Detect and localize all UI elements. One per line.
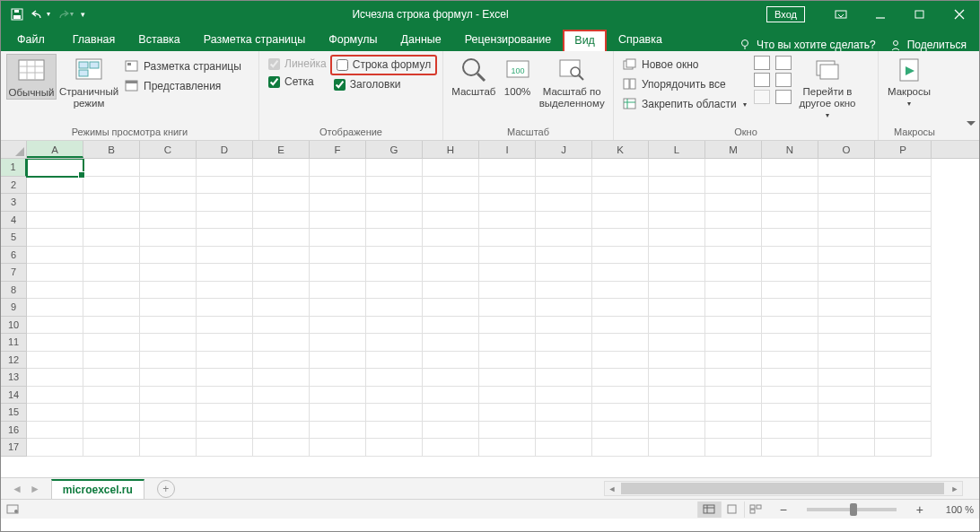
cell[interactable] — [253, 422, 310, 440]
column-header[interactable]: B — [83, 141, 140, 158]
share-button[interactable]: Поделиться — [890, 39, 967, 51]
cell[interactable] — [253, 194, 310, 212]
cell[interactable] — [818, 159, 875, 177]
cell[interactable] — [27, 439, 83, 457]
unhide-icon[interactable] — [754, 90, 770, 104]
row-header[interactable]: 17 — [1, 439, 27, 457]
save-icon[interactable] — [6, 4, 28, 24]
hide-icon[interactable] — [754, 73, 770, 87]
macros-button[interactable]: Макросы▾ — [884, 54, 934, 108]
cell[interactable] — [140, 264, 197, 282]
cell[interactable] — [592, 282, 649, 300]
cell[interactable] — [818, 404, 875, 422]
cell[interactable] — [366, 317, 423, 335]
switch-windows-button[interactable]: Перейти в другое окно▾ — [792, 54, 863, 120]
cell[interactable] — [310, 439, 366, 457]
cell[interactable] — [479, 212, 536, 230]
cell[interactable] — [762, 299, 818, 317]
cell[interactable] — [705, 264, 762, 282]
cell[interactable] — [140, 299, 197, 317]
cell[interactable] — [649, 387, 705, 405]
cell[interactable] — [27, 422, 83, 440]
cell[interactable] — [875, 317, 932, 335]
row-header[interactable]: 9 — [1, 299, 27, 317]
cell[interactable] — [253, 159, 310, 177]
cell[interactable] — [536, 247, 592, 265]
cell[interactable] — [140, 194, 197, 212]
cell[interactable] — [875, 282, 932, 300]
cell[interactable] — [536, 317, 592, 335]
pagebreak-view-button[interactable]: Страничный режим — [57, 54, 121, 109]
cell[interactable] — [197, 177, 253, 195]
cell[interactable] — [705, 334, 762, 352]
cell[interactable] — [649, 404, 705, 422]
tab-formulas[interactable]: Формулы — [317, 29, 389, 51]
cell[interactable] — [762, 159, 818, 177]
minimize-icon[interactable] — [861, 1, 900, 27]
cell[interactable] — [27, 229, 83, 247]
column-header[interactable]: N — [762, 141, 818, 158]
cell[interactable] — [762, 212, 818, 230]
close-icon[interactable] — [940, 1, 979, 27]
cell[interactable] — [310, 282, 366, 300]
cell[interactable] — [762, 194, 818, 212]
cell[interactable] — [140, 369, 197, 387]
cell[interactable] — [762, 264, 818, 282]
column-header[interactable]: H — [423, 141, 479, 158]
cell[interactable] — [27, 177, 83, 195]
cell[interactable] — [253, 352, 310, 370]
cell[interactable] — [875, 387, 932, 405]
page-layout-shortcut[interactable] — [721, 501, 744, 518]
row-header[interactable]: 4 — [1, 212, 27, 230]
cell[interactable] — [649, 422, 705, 440]
row-header[interactable]: 3 — [1, 194, 27, 212]
cell[interactable] — [310, 422, 366, 440]
cell[interactable] — [140, 317, 197, 335]
cell[interactable] — [423, 159, 479, 177]
cell[interactable] — [197, 317, 253, 335]
cell[interactable] — [423, 317, 479, 335]
cell[interactable] — [818, 299, 875, 317]
cell[interactable] — [27, 352, 83, 370]
cell[interactable] — [423, 229, 479, 247]
cell[interactable] — [83, 247, 140, 265]
cell[interactable] — [366, 194, 423, 212]
column-header[interactable]: D — [197, 141, 253, 158]
cell[interactable] — [536, 352, 592, 370]
cell[interactable] — [366, 422, 423, 440]
cell[interactable] — [479, 369, 536, 387]
cell[interactable] — [366, 159, 423, 177]
cell[interactable] — [592, 194, 649, 212]
cell[interactable] — [140, 334, 197, 352]
row-header[interactable]: 2 — [1, 177, 27, 195]
cell[interactable] — [705, 352, 762, 370]
cell[interactable] — [592, 334, 649, 352]
cell[interactable] — [27, 387, 83, 405]
cell[interactable] — [705, 212, 762, 230]
cell[interactable] — [197, 334, 253, 352]
cell[interactable] — [423, 194, 479, 212]
column-header[interactable]: F — [310, 141, 366, 158]
row-header[interactable]: 5 — [1, 229, 27, 247]
column-header[interactable]: O — [818, 141, 875, 158]
cell[interactable] — [27, 299, 83, 317]
cell[interactable] — [197, 194, 253, 212]
cell[interactable] — [762, 439, 818, 457]
row-header[interactable]: 11 — [1, 334, 27, 352]
cell[interactable] — [27, 369, 83, 387]
cell[interactable] — [83, 177, 140, 195]
cell[interactable] — [536, 212, 592, 230]
cell[interactable] — [310, 229, 366, 247]
cell[interactable] — [253, 404, 310, 422]
cell[interactable] — [366, 334, 423, 352]
cell[interactable] — [818, 369, 875, 387]
cell[interactable] — [310, 247, 366, 265]
cell[interactable] — [366, 352, 423, 370]
cell[interactable] — [27, 282, 83, 300]
add-sheet-button[interactable]: + — [157, 480, 175, 498]
cell[interactable] — [83, 352, 140, 370]
cell[interactable] — [366, 229, 423, 247]
cell[interactable] — [197, 282, 253, 300]
row-header[interactable]: 10 — [1, 317, 27, 335]
cell[interactable] — [83, 439, 140, 457]
